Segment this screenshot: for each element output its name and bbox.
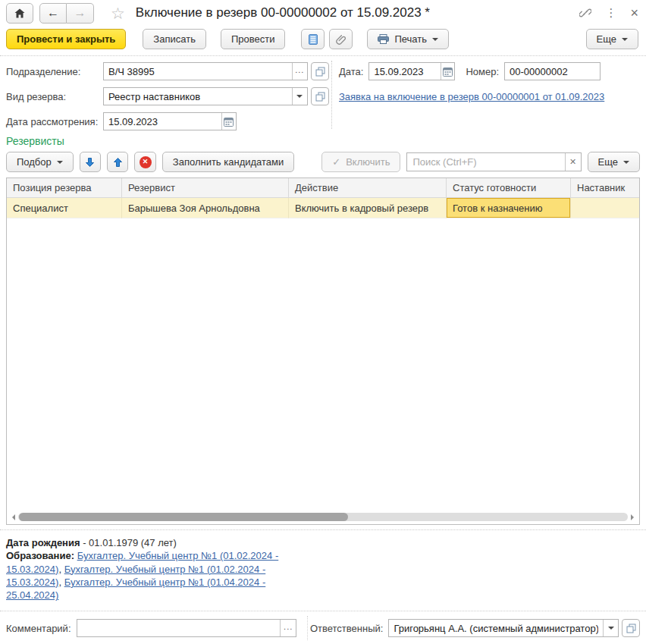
grid-more-label: Еще (598, 156, 618, 168)
arrow-up-icon (113, 157, 123, 168)
more-menu-icon[interactable]: ⋮ (605, 6, 616, 20)
calendar-icon (443, 67, 453, 77)
document-structure-button[interactable] (301, 29, 325, 49)
cell-action[interactable]: Включить в кадровый резерв (289, 198, 447, 218)
column-header-status[interactable]: Статус готовности (447, 178, 571, 197)
clear-search-icon[interactable]: ✕ (565, 153, 581, 171)
home-icon (14, 8, 25, 18)
arrow-down-icon (85, 157, 95, 168)
review-date-input[interactable] (104, 113, 221, 130)
search-box: ✕ (406, 152, 581, 171)
attachments-button[interactable] (329, 29, 353, 49)
move-up-button[interactable] (107, 152, 128, 172)
request-link[interactable]: Заявка на включение в резерв 00-00000001… (339, 91, 604, 102)
pick-button[interactable]: Подбор (6, 152, 74, 172)
number-label: Номер: (466, 66, 499, 77)
birth-date-line: Дата рождения - 01.01.1979 (47 лет) (6, 536, 640, 549)
scroll-left-icon[interactable] (9, 514, 15, 520)
delete-row-button[interactable]: ✕ (134, 152, 155, 172)
chevron-down-icon (296, 95, 303, 101)
open-in-new-icon (315, 92, 325, 102)
comment-input[interactable] (77, 620, 281, 636)
form-header-area: Подразделение: ... Вид резерва: Дата рас… (0, 56, 646, 130)
department-label: Подразделение: (6, 66, 103, 77)
date-input[interactable] (369, 63, 441, 80)
paperclip-icon (336, 34, 347, 45)
column-header-action[interactable]: Действие (289, 178, 447, 197)
reservists-table: Позиция резерва Резервист Действие Стату… (6, 177, 640, 525)
get-link-icon[interactable] (579, 7, 591, 19)
number-input[interactable] (505, 63, 600, 80)
grid-more-button[interactable]: Еще (588, 152, 640, 172)
forward-button[interactable]: → (67, 3, 94, 24)
search-input[interactable] (407, 153, 564, 171)
choose-button[interactable]: ... (280, 620, 295, 636)
back-button[interactable]: ← (39, 3, 67, 24)
back-icon: ← (47, 7, 59, 19)
reservist-details: Дата рождения - 01.01.1979 (47 лет) Обра… (0, 530, 646, 605)
column-header-mentor[interactable]: Наставник (571, 178, 639, 197)
dropdown-button[interactable] (603, 620, 619, 636)
forward-icon: → (74, 7, 86, 19)
footer-bar: Комментарий: ... Ответственный: (0, 611, 646, 643)
chevron-down-icon (432, 38, 438, 44)
cell-position[interactable]: Специалист (7, 198, 122, 218)
comment-field: ... (77, 619, 296, 637)
chevron-down-icon (57, 161, 63, 167)
review-date-field (103, 112, 237, 130)
document-form-window: { "titlebar": { "title": "Включение в ре… (0, 0, 646, 644)
command-bar: Провести и закрыть Записать Провести Печ… (0, 26, 646, 55)
move-down-button[interactable] (80, 152, 101, 172)
calendar-icon (224, 117, 234, 127)
separator-text: , (58, 576, 64, 588)
write-button[interactable]: Записать (143, 29, 206, 49)
number-field (504, 62, 601, 80)
reserve-type-input[interactable] (104, 88, 292, 105)
open-department-button[interactable] (311, 62, 329, 80)
date-field (368, 62, 455, 80)
home-button[interactable] (6, 3, 33, 24)
scroll-right-icon[interactable] (631, 514, 637, 520)
titlebar: ← → ☆ Включение в резерв 00-00000002 от … (0, 0, 646, 26)
delete-icon: ✕ (140, 156, 152, 168)
column-header-position[interactable]: Позиция резерва (7, 178, 122, 197)
responsible-input[interactable] (389, 620, 603, 636)
fill-candidates-button[interactable]: Заполнить кандидатами (162, 152, 294, 172)
calendar-button[interactable] (221, 113, 236, 130)
responsible-label: Ответственный: (310, 623, 383, 634)
education-block: Образование: Бухгалтер. Учебный центр №1… (6, 549, 294, 602)
ellipsis-icon: ... (284, 622, 293, 631)
print-button[interactable]: Печать (367, 29, 449, 49)
include-button[interactable]: ✓ Включить (321, 152, 400, 172)
education-label: Образование: (6, 550, 74, 561)
scrollbar-track[interactable] (18, 513, 628, 521)
favorite-star-icon[interactable]: ☆ (111, 5, 125, 21)
cell-reservist[interactable]: Барышева Зоя Арнольдовна (122, 198, 289, 218)
cell-mentor[interactable] (571, 198, 639, 218)
dropdown-button[interactable] (292, 88, 307, 105)
post-button[interactable]: Провести (221, 29, 286, 49)
column-header-reservist[interactable]: Резервист (122, 178, 289, 197)
pick-label: Подбор (17, 156, 52, 168)
cell-status-selected[interactable]: Готов к назначению (447, 198, 571, 218)
printer-icon (378, 34, 389, 44)
reserve-type-field (103, 87, 308, 105)
more-button[interactable]: Еще (586, 29, 638, 49)
chevron-down-icon (608, 627, 614, 633)
separator-text: , (58, 564, 64, 575)
choose-button[interactable]: ... (292, 63, 307, 80)
department-field: ... (103, 62, 308, 80)
date-label: Дата: (339, 66, 363, 77)
check-icon: ✓ (332, 156, 340, 168)
post-and-close-button[interactable]: Провести и закрыть (6, 29, 126, 49)
close-icon[interactable]: × (630, 5, 638, 21)
table-row[interactable]: Специалист Барышева Зоя Арнольдовна Вклю… (7, 198, 639, 218)
scrollbar-thumb[interactable] (19, 513, 348, 521)
open-responsible-button[interactable] (622, 619, 640, 637)
form-right-column: Дата: Номер: Заявка на включение в резер… (339, 62, 604, 102)
calendar-button[interactable] (441, 63, 454, 80)
open-reserve-type-button[interactable] (311, 87, 329, 105)
birth-date-label: Дата рождения (6, 537, 80, 548)
chevron-down-icon (623, 161, 629, 167)
department-input[interactable] (104, 63, 292, 80)
